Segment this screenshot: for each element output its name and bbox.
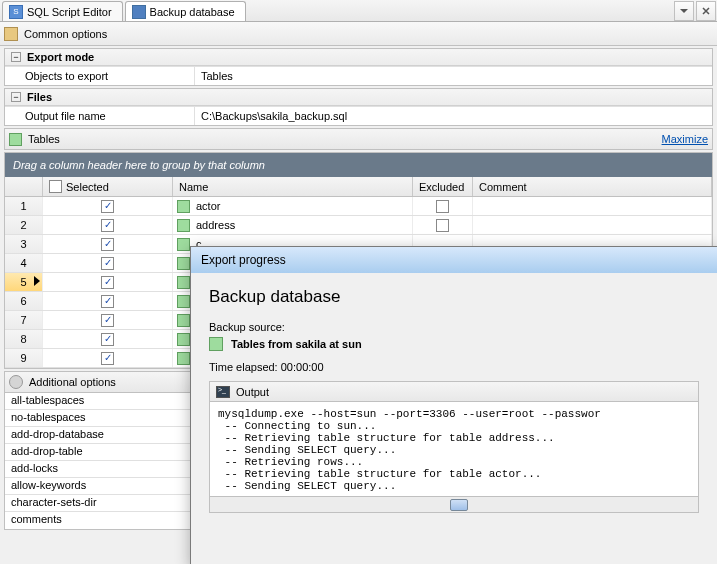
excluded-cell[interactable] [413,216,473,234]
row-number[interactable]: 1 [5,197,43,215]
grid-header-row: Selected Name Excluded Comment [5,177,712,197]
row-number[interactable]: 4 [5,254,43,272]
grid-header-name[interactable]: Name [173,177,413,196]
tab-label: SQL Script Editor [27,6,112,18]
row-checkbox[interactable] [101,276,114,289]
selected-cell[interactable] [43,292,173,310]
comment-cell[interactable] [473,197,712,215]
selected-cell[interactable] [43,254,173,272]
table-icon [177,238,190,251]
tab-backup-database[interactable]: Backup database [125,1,246,21]
excluded-checkbox[interactable] [436,200,449,213]
row-checkbox[interactable] [101,295,114,308]
objects-to-export-label: Objects to export [5,67,195,85]
export-progress-dialog: Export progress Backup database Backup s… [190,246,717,564]
output-title: Output [236,386,269,398]
maximize-link[interactable]: Maximize [662,133,708,145]
group-by-hint[interactable]: Drag a column header here to group by th… [5,153,712,177]
row-number[interactable]: 6 [5,292,43,310]
row-number[interactable]: 3 [5,235,43,253]
selected-cell[interactable] [43,273,173,291]
collapse-toggle[interactable]: − [11,92,21,102]
row-checkbox[interactable] [101,352,114,365]
sql-icon: S [9,5,23,19]
table-icon [177,219,190,232]
table-name: actor [196,200,220,212]
objects-to-export-value[interactable]: Tables [195,67,712,85]
table-name: address [196,219,235,231]
current-row-indicator [34,276,40,286]
row-checkbox[interactable] [101,314,114,327]
selected-cell[interactable] [43,197,173,215]
output-panel: Output mysqldump.exe --host=sun --port=3… [209,381,699,513]
grid-header-excluded[interactable]: Excluded [413,177,473,196]
table-icon [9,133,22,146]
time-elapsed: Time elapsed: 00:00:00 [209,361,699,373]
name-cell[interactable]: actor [173,197,413,215]
table-icon [209,337,223,351]
dialog-heading: Backup database [209,287,699,307]
excluded-checkbox[interactable] [436,219,449,232]
window-close-button[interactable] [696,1,716,21]
panel-title: Files [27,91,52,103]
table-icon [177,257,190,270]
additional-options-title: Additional options [29,376,116,388]
row-number[interactable]: 5 [5,273,43,291]
table-icon [177,314,190,327]
table-icon [177,295,190,308]
tab-sql-script-editor[interactable]: S SQL Script Editor [2,1,123,21]
table-row[interactable]: 1actor [5,197,712,216]
gear-icon [9,375,23,389]
select-all-checkbox[interactable] [49,180,62,193]
tables-section-header: Tables Maximize [4,128,713,150]
selected-cell[interactable] [43,216,173,234]
dialog-titlebar[interactable]: Export progress [191,247,717,273]
row-checkbox[interactable] [101,200,114,213]
grid-header-comment[interactable]: Comment [473,177,712,196]
row-number[interactable]: 7 [5,311,43,329]
panel-title: Export mode [27,51,94,63]
name-cell[interactable]: address [173,216,413,234]
selected-cell[interactable] [43,235,173,253]
row-number[interactable]: 2 [5,216,43,234]
table-icon [177,276,190,289]
database-icon [132,5,146,19]
row-checkbox[interactable] [101,219,114,232]
selected-cell[interactable] [43,311,173,329]
collapse-toggle[interactable]: − [11,52,21,62]
grid-header-rownum[interactable] [5,177,43,196]
export-mode-panel: − Export mode Objects to export Tables [4,48,713,86]
table-icon [177,352,190,365]
row-number[interactable]: 8 [5,330,43,348]
row-checkbox[interactable] [101,333,114,346]
backup-source-value: Tables from sakila at sun [231,338,362,350]
selected-cell[interactable] [43,349,173,367]
excluded-cell[interactable] [413,197,473,215]
scrollbar-thumb[interactable] [450,499,468,511]
editor-tabs-bar: S SQL Script Editor Backup database [0,0,717,22]
backup-source-label: Backup source: [209,321,699,333]
options-icon [4,27,18,41]
table-icon [177,200,190,213]
selected-cell[interactable] [43,330,173,348]
comment-cell[interactable] [473,216,712,234]
table-icon [177,333,190,346]
row-checkbox[interactable] [101,238,114,251]
common-options-label: Common options [24,28,107,40]
output-filename-value[interactable]: C:\Backups\sakila_backup.sql [195,107,712,125]
output-filename-label: Output file name [5,107,195,125]
tab-label: Backup database [150,6,235,18]
window-menu-button[interactable] [674,1,694,21]
output-scrollbar[interactable] [210,496,698,512]
grid-header-selected[interactable]: Selected [43,177,173,196]
row-checkbox[interactable] [101,257,114,270]
output-log[interactable]: mysqldump.exe --host=sun --port=3306 --u… [210,402,698,496]
row-number[interactable]: 9 [5,349,43,367]
tables-title: Tables [28,133,60,145]
files-panel: − Files Output file name C:\Backups\saki… [4,88,713,126]
table-row[interactable]: 2address [5,216,712,235]
terminal-icon [216,386,230,398]
common-options-toolbar: Common options [0,22,717,46]
